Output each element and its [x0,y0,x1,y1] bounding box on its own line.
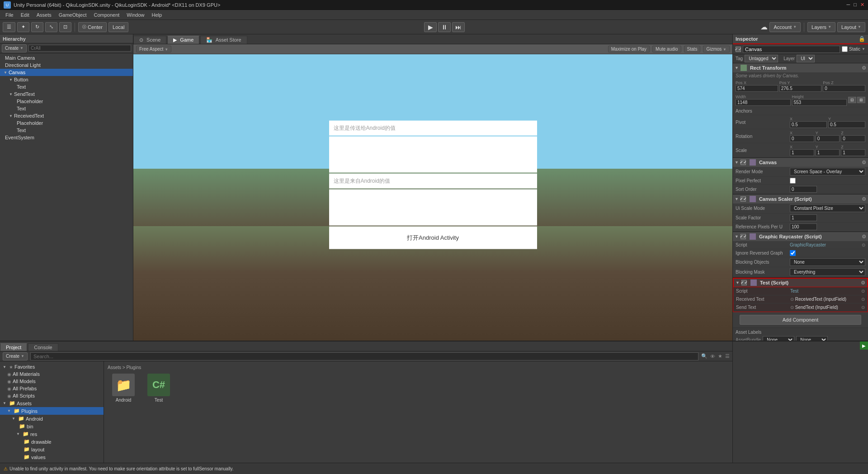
hierarchy-item-canvas[interactable]: ▼ Canvas [0,69,133,76]
cloud-icon[interactable]: ☁ [760,23,768,31]
free-aspect-button[interactable]: Free Aspect ▼ [136,46,171,52]
hierarchy-item-text-1[interactable]: Text [0,83,133,90]
inspector-object-name[interactable]: Canvas [743,46,840,53]
menu-gameobject[interactable]: GameObject [55,11,90,19]
add-component-button[interactable]: Add Component [740,315,861,325]
pos-y-input[interactable] [779,85,822,92]
assets-header[interactable]: ▼ 📁 Assets [0,399,104,407]
gear-icon[interactable]: ⚙ [862,65,866,71]
hierarchy-item-receivedtext[interactable]: ▼ ReceivedText [0,112,133,119]
tab-game[interactable]: ▶ Game [167,36,199,44]
maximize-button[interactable]: □ [854,2,857,8]
scale-z-input[interactable] [841,149,865,156]
hierarchy-item-placeholder-2[interactable]: Placeholder [0,119,133,127]
star-icon[interactable]: ★ [718,353,722,359]
menu-assets[interactable]: Assets [33,11,55,19]
menu-component[interactable]: Component [90,11,123,19]
translate-button[interactable]: ✦ [17,22,29,32]
test-script-value[interactable]: Test [790,289,861,294]
script-dot-icon[interactable]: ⊙ [862,242,865,247]
sort-order-input[interactable] [790,186,817,193]
lock-icon[interactable]: 🔒 [859,36,865,42]
rot-y-input[interactable] [816,135,840,142]
pivot-button[interactable]: ⦾ Center [78,22,107,32]
plugins-item[interactable]: ▼ 📁 Plugins [0,407,104,415]
hierarchy-item-text-3[interactable]: Text [0,127,133,134]
rotate-button[interactable]: ↻ [31,22,43,32]
input-area-2[interactable] [329,189,537,225]
test-script-dot-icon[interactable]: ⊙ [861,289,865,294]
pos-z-input[interactable] [823,85,865,92]
scale-y-input[interactable] [816,149,840,156]
bin-folder-item[interactable]: 📁 bin [0,422,104,430]
space-button[interactable]: Local [108,22,128,32]
android-folder-item[interactable]: ▼ 📁 Android [0,415,104,422]
play-button[interactable]: ▶ [424,22,437,32]
object-active-checkbox[interactable]: ✓ [736,47,741,52]
blocking-objects-select[interactable]: None [790,258,865,266]
asset-bundle-select-1[interactable]: None [763,336,794,341]
blueprint-1-button[interactable]: ⊟ [848,97,856,103]
blocking-mask-select[interactable]: Everything [790,268,865,276]
pixel-perfect-checkbox[interactable] [790,178,796,184]
hierarchy-item-main-camera[interactable]: Main Camera [0,54,133,62]
menu-edit[interactable]: Edit [17,11,33,19]
step-button[interactable]: ⏭ [452,22,465,32]
res-folder-item[interactable]: ▼ 📁 res [0,430,104,438]
hierarchy-item-eventsystem[interactable]: EventSystem [0,134,133,141]
send-text-pick-icon[interactable]: ⊙ [861,305,865,310]
stats-button[interactable]: Stats [684,46,701,52]
render-mode-select[interactable]: Screen Space - Overlay [790,168,865,175]
static-toggle[interactable]: Static ▼ [842,46,865,52]
new-button[interactable]: ☰ [3,22,15,32]
layout-button[interactable]: Layout ▼ [837,22,865,32]
scaler-gear-icon[interactable]: ⚙ [862,196,866,202]
rect-button[interactable]: ⊡ [59,22,71,32]
favorites-header[interactable]: ▼ ★ Favorites [0,363,104,370]
pivot-x-input[interactable] [790,121,827,128]
width-input[interactable] [736,99,791,106]
received-text-pick-icon[interactable]: ⊙ [861,297,865,302]
input-field-2[interactable]: 这里是来自Android的值 [329,173,537,188]
eye-icon[interactable]: 👁 [710,354,715,359]
scaler-active-checkbox[interactable]: ✓ [741,196,746,202]
rot-z-input[interactable] [841,135,865,142]
static-checkbox-input[interactable] [842,46,848,52]
tab-console[interactable]: Console [28,343,58,351]
raycaster-gear-icon[interactable]: ⚙ [862,234,866,240]
hierarchy-create-button[interactable]: Create ▼ [2,44,27,52]
list-icon[interactable]: ☰ [725,353,730,359]
test-gear-icon[interactable]: ⚙ [861,280,865,286]
minimize-button[interactable]: ─ [847,2,850,8]
test-active-checkbox[interactable]: ✓ [741,280,747,285]
project-search-input[interactable] [30,352,698,360]
hierarchy-item-sendtext[interactable]: ▼ SendText [0,90,133,98]
hierarchy-item-text-2[interactable]: Text [0,105,133,112]
canvas-active-checkbox[interactable]: ✓ [741,160,746,165]
scale-button[interactable]: ⤡ [45,22,57,32]
all-materials-item[interactable]: ◉ All Materials [0,370,104,378]
gizmos-button[interactable]: Gizmos ▼ [703,46,730,52]
tab-asset-store[interactable]: 🏪 Asset Store [200,36,247,44]
rect-transform-header[interactable]: ▼ Rect Transform ⚙ [733,63,868,72]
input-field-1[interactable]: 这里是传送给Android的值 [329,120,537,135]
canvas-scaler-header[interactable]: ▼ ✓ Canvas Scaler (Script) ⚙ [733,194,868,204]
project-create-button[interactable]: Create ▼ [3,352,28,360]
android-activity-button[interactable]: 打开Android Activity [329,226,537,249]
drawable-folder-item[interactable]: 📁 drawable [0,438,104,446]
test-asset-item[interactable]: C# Test [143,374,175,403]
menu-help[interactable]: Help [148,11,165,19]
rot-x-input[interactable] [790,135,814,142]
all-prefabs-item[interactable]: ◉ All Prefabs [0,385,104,392]
script-value-1[interactable]: GraphicRaycaster [790,242,862,247]
hierarchy-search[interactable] [28,45,131,52]
test-script-header[interactable]: ▼ ✓ Test (Script) ⚙ [733,278,868,287]
tab-project[interactable]: Project [0,343,27,351]
input-area-1[interactable] [329,136,537,172]
blueprint-2-button[interactable]: ⊞ [857,97,865,103]
asset-bundle-select-2[interactable]: None [796,336,828,341]
all-models-item[interactable]: ◉ All Models [0,378,104,385]
raycaster-active-checkbox[interactable]: ✓ [741,234,746,239]
layer-select[interactable]: UI [797,55,815,62]
ui-scale-mode-select[interactable]: Constant Pixel Size [790,204,865,212]
